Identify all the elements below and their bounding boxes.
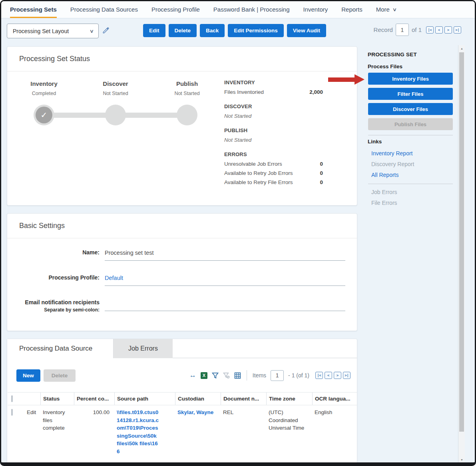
layout-select[interactable]: Processing Set Layout ∨	[7, 24, 99, 38]
stat-label: Available to Retry File Errors	[224, 179, 293, 185]
step-name: Discover	[84, 80, 147, 87]
source-path-link[interactable]: \\files.t019.ctus014128.r1.kcura.com\T01…	[117, 408, 159, 455]
column-header-status[interactable]: Status	[40, 393, 74, 405]
publish-heading: PUBLISH	[224, 127, 323, 133]
column-header-document-numbering[interactable]: Document n...	[221, 393, 266, 405]
processing-profile-link[interactable]: Default	[105, 275, 123, 281]
tab-job-errors[interactable]: Job Errors	[114, 339, 173, 358]
column-header-time-zone[interactable]: Time zone	[266, 393, 312, 405]
tab-inventory[interactable]: Inventory	[303, 1, 328, 18]
back-button[interactable]: Back	[200, 24, 225, 37]
tab-processing-profile[interactable]: Processing Profile	[151, 1, 200, 18]
divider	[247, 370, 247, 381]
discover-note: Not Started	[224, 113, 323, 119]
step-name: Inventory	[12, 80, 76, 87]
clear-filters-icon[interactable]	[223, 372, 230, 379]
edit-layout-pencil-icon[interactable]	[102, 26, 110, 36]
select-all-checkbox[interactable]	[12, 395, 12, 402]
delete-disabled-button: Delete	[44, 369, 76, 382]
email-recipients-label: Email notification recipients	[7, 299, 100, 305]
row-edit-link[interactable]: Edit	[24, 405, 40, 458]
grid-tabstrip: Processing Data Source Job Errors	[7, 339, 357, 358]
record-number-input[interactable]: 1	[396, 24, 409, 36]
grid-columns-icon[interactable]	[234, 372, 241, 379]
step-name: Publish	[155, 80, 219, 87]
filter-icon[interactable]	[212, 372, 219, 379]
ocr-language-cell: English	[312, 405, 357, 458]
divider	[368, 135, 453, 135]
annotation-arrow-icon	[328, 74, 365, 85]
tab-label: Inventory	[303, 6, 328, 13]
table-header-row: Status Percent co... Source path Custodi…	[8, 392, 357, 405]
chevron-down-icon: ∨	[392, 7, 397, 12]
stat-label: Available to Retry Job Errors	[224, 170, 293, 176]
items-range-label: - 1 (of 1)	[288, 372, 309, 379]
panel-title: Processing Set Status	[19, 55, 90, 63]
chevron-down-icon: ∨	[90, 28, 94, 34]
stat-value: 0	[320, 161, 323, 167]
items-page-input[interactable]: 1	[271, 370, 284, 381]
tab-processing-sets[interactable]: Processing Sets	[10, 1, 57, 18]
next-record-button[interactable]: >	[444, 26, 452, 34]
stat-label: Unresolvable Job Errors	[224, 161, 282, 167]
previous-page-button[interactable]: <	[325, 372, 332, 379]
custodian-link[interactable]: Skylar, Wayne	[177, 409, 213, 415]
resize-columns-icon[interactable]: ↔	[189, 371, 196, 379]
divider	[368, 184, 453, 184]
document-numbering-cell: REL	[221, 405, 266, 458]
tab-processing-data-sources[interactable]: Processing Data Sources	[70, 1, 138, 18]
step-inventory: Inventory Completed	[12, 80, 76, 96]
previous-record-button[interactable]: <	[435, 26, 443, 34]
job-errors-link: Job Errors	[371, 189, 397, 195]
email-recipients-sublabel: Separate by semi-colon:	[7, 307, 100, 313]
filter-files-button[interactable]: Filter Files	[368, 88, 453, 100]
edit-permissions-button[interactable]: Edit Permissions	[228, 24, 284, 37]
step-state: Completed	[12, 91, 76, 96]
next-page-button[interactable]: >	[334, 372, 341, 379]
inventory-files-button[interactable]: Inventory Files	[368, 73, 453, 85]
tab-password-bank[interactable]: Password Bank | Processing	[213, 1, 290, 18]
publish-note: Not Started	[224, 137, 323, 143]
view-audit-button[interactable]: View Audit	[287, 24, 326, 37]
stat-label: Files Inventoried	[224, 89, 264, 95]
vertical-scrollbar[interactable]: ▲ ▼	[458, 45, 465, 463]
process-files-heading: Process Files	[368, 63, 402, 69]
discover-files-button[interactable]: Discover Files	[368, 103, 453, 115]
row-checkbox[interactable]	[12, 409, 12, 416]
links-heading: Links	[368, 139, 382, 145]
column-header-custodian[interactable]: Custodian	[175, 393, 221, 405]
edit-button[interactable]: Edit	[143, 24, 165, 37]
column-header-percent-complete[interactable]: Percent co...	[74, 393, 114, 405]
column-header-source-path[interactable]: Source path	[114, 393, 175, 405]
discovery-report-link: Discovery Report	[371, 161, 414, 167]
first-page-button[interactable]: |<	[315, 372, 323, 379]
time-zone-cell: (UTC) Coordinated Universal Time	[266, 405, 312, 458]
select-all-header-cell	[8, 393, 40, 405]
last-page-button[interactable]: >|	[343, 372, 351, 379]
inventory-report-link[interactable]: Inventory Report	[371, 150, 413, 157]
divider	[7, 71, 357, 71]
step-state: Not Started	[155, 91, 219, 96]
step-circle-inventory: ✓	[34, 105, 54, 125]
tab-reports[interactable]: Reports	[341, 1, 362, 18]
grid-toolbar: ↔ X Items 1 - 1 (of 1) |< < > >|	[189, 369, 351, 382]
tab-processing-data-source[interactable]: Processing Data Source	[7, 339, 114, 358]
delete-button[interactable]: Delete	[169, 24, 197, 37]
all-reports-link[interactable]: All Reports	[371, 172, 398, 178]
scroll-up-icon[interactable]: ▲	[458, 47, 465, 50]
last-record-button[interactable]: >|	[454, 26, 461, 34]
file-errors-link: File Errors	[371, 200, 397, 206]
step-state: Not Started	[84, 91, 147, 96]
step-circle-discover	[105, 105, 126, 125]
tab-more[interactable]: More ∨	[376, 1, 396, 18]
name-underline	[105, 260, 345, 261]
column-header-ocr-language[interactable]: OCR langua...	[312, 393, 357, 405]
percent-complete-cell: 100.00	[74, 405, 114, 458]
new-button[interactable]: New	[16, 369, 40, 382]
processing-set-status-panel: Processing Set Status Inventory Complete…	[7, 46, 357, 206]
scroll-down-icon[interactable]: ▼	[458, 458, 465, 461]
first-record-button[interactable]: |<	[426, 26, 434, 34]
discover-heading: DISCOVER	[224, 103, 323, 109]
export-to-excel-icon[interactable]: X	[201, 372, 207, 379]
scrollbar-thumb[interactable]	[459, 52, 464, 432]
